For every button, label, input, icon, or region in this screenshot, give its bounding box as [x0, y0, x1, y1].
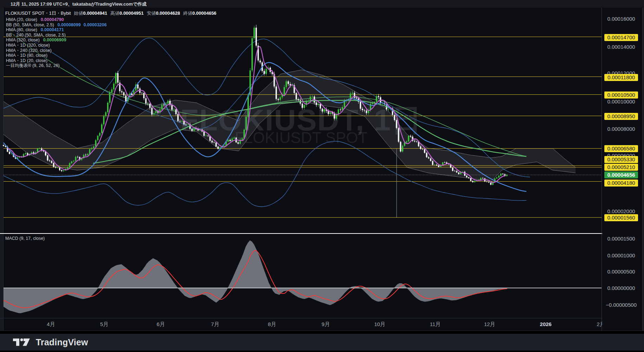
ohlc-label: 終値 — [183, 11, 192, 16]
symbol-title[interactable]: FLOKIUSDT SPOT・1日・Bybit — [5, 11, 71, 16]
indicator-row[interactable]: BB・240 (50, SMA, close, 2.5) — [5, 33, 217, 38]
ohlc-label: 始値 — [74, 11, 83, 16]
right-edge-strip — [642, 8, 644, 331]
last-price-badge: 0.00004656 — [604, 171, 638, 178]
symbol-ohlc-row[interactable]: FLOKIUSDT SPOT・1日・Bybit始値0.00004941高値0.0… — [5, 10, 217, 16]
price-level-badge: 0.00011800 — [604, 74, 638, 81]
price-axis-label: 0.00008000 — [604, 126, 638, 133]
tradingview-brand-bar[interactable]: TradingView — [0, 334, 644, 351]
indicator-label: 一目均衡表® (9, 26, 52, 26) — [5, 63, 60, 68]
indicator-value: 0.00006909 — [43, 38, 66, 42]
indicator-rows: HMA (20, close)0.00004790BB (50, SMA, cl… — [5, 17, 217, 68]
indicator-label: HMA・1D (320, close) — [5, 43, 51, 48]
indicator-label: BB・240 (50, SMA, close, 2.5) — [5, 33, 66, 38]
macd-axis-label: 0.00001500 — [604, 235, 638, 242]
time-axis[interactable]: 4月5月6月7月8月9月10月11月12月20262月 — [0, 318, 602, 331]
time-axis-label: 7月 — [211, 321, 219, 328]
indicator-value: 0.00004171 — [41, 27, 64, 32]
macd-legend-label[interactable]: MACD (9, 17, close) — [5, 235, 45, 242]
macd-axis-label: 0.00000500 — [604, 268, 638, 275]
indicator-label: BB (50, SMA, close, 2.5) — [5, 22, 55, 27]
indicator-label: HMA (80, close) — [5, 27, 38, 32]
price-level-badge: 0.00008950 — [604, 113, 638, 120]
tradingview-chart-window: 12月 11, 2025 17:09 UTC+9、takatabaがTradin… — [0, 0, 644, 352]
indicator-row[interactable]: HMA・240 (320, close) — [5, 48, 217, 53]
indicator-row[interactable]: 一目均衡表® (9, 26, 52, 26) — [5, 63, 217, 68]
ohlc-value: 0.00004656 — [192, 11, 217, 16]
indicator-row[interactable]: BB (50, SMA, close, 2.5)0.000080990.0000… — [5, 22, 217, 28]
ohlc-value: 0.00004951 — [120, 11, 144, 16]
indicator-label: HMA・1D (80, close) — [5, 53, 48, 58]
macd-axis-label: 0.00001000 — [604, 252, 638, 259]
time-axis-label: 12月 — [484, 321, 495, 328]
tradingview-logo-icon — [12, 336, 31, 348]
indicator-row[interactable]: HMA・1D (320, close) — [5, 43, 217, 48]
ohlc-value: 0.00004941 — [83, 11, 107, 16]
indicator-value: 0.00003206 — [84, 22, 107, 27]
indicator-row[interactable]: HMA (320, close)0.00006909 — [5, 38, 217, 43]
indicator-row[interactable]: HMA・1D (20, close) — [5, 58, 217, 63]
price-axis-label: 0.00016000 — [604, 15, 638, 22]
ohlc-label: 高値 — [111, 11, 120, 16]
indicator-label: HMA (320, close) — [5, 38, 40, 42]
ohlc-values: 始値0.00004941高値0.00004951安値0.00004628終値0.… — [71, 11, 217, 16]
price-level-badge: 0.00004180 — [604, 180, 638, 187]
tradingview-brand-text[interactable]: TradingView — [36, 337, 88, 347]
time-axis-label: 8月 — [268, 321, 276, 328]
footer: TradingView — [0, 331, 644, 352]
macd-axis-label: 0.00000000 — [604, 285, 638, 292]
indicator-row[interactable]: HMA (20, close)0.00004790 — [5, 17, 217, 22]
price-level-badge: 0.00014700 — [604, 34, 638, 41]
price-level-badge: 0.00006580 — [604, 145, 638, 152]
axis-border — [602, 8, 602, 331]
time-axis-label: 6月 — [157, 321, 165, 328]
price-level-badge: 0.00010500 — [604, 92, 638, 99]
time-axis-label: 11月 — [430, 321, 441, 328]
price-level-badge: 0.00001560 — [604, 214, 638, 221]
price-axis-label: 0.00010000 — [604, 98, 638, 105]
indicator-row[interactable]: HMA (80, close)0.00004171 — [5, 27, 217, 33]
indicator-value: 0.00004790 — [41, 17, 64, 22]
indicator-label: HMA・1D (20, close) — [5, 58, 48, 63]
time-axis-label: 10月 — [374, 321, 385, 328]
indicator-label: HMA (20, close) — [5, 17, 38, 22]
price-axis-label: 0.00002000 — [604, 208, 638, 215]
price-level-badge: 0.00005210 — [604, 164, 638, 171]
time-axis-label: 5月 — [100, 321, 108, 328]
indicator-row[interactable]: HMA・1D (80, close) — [5, 53, 217, 58]
time-axis-label: 4月 — [47, 321, 55, 328]
ohlc-label: 安値 — [147, 11, 156, 16]
time-axis-label: 9月 — [321, 321, 330, 328]
price-axis-label: 0.00014000 — [604, 43, 638, 50]
indicator-legend: FLOKIUSDT SPOT・1日・Bybit始値0.00004941高値0.0… — [5, 10, 217, 68]
indicator-label: HMA・240 (320, close) — [5, 48, 52, 53]
price-level-badge: 0.00005330 — [604, 156, 638, 163]
time-axis-label: 2026 — [540, 321, 551, 327]
ohlc-value: 0.00004628 — [156, 11, 180, 16]
indicator-value: 0.00008099 — [58, 22, 81, 27]
macd-axis-label: −0.00000500 — [604, 302, 638, 309]
